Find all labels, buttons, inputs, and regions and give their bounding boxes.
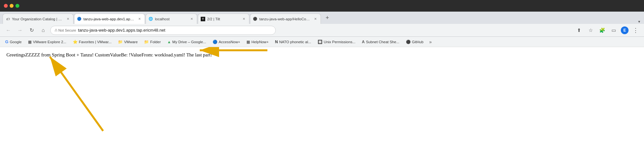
bookmark-google[interactable]: G Google: [3, 38, 24, 45]
browser-tab-4[interactable]: T 2/2 | Tilt ✕: [198, 14, 249, 24]
bookmarks-bar: G Google ▦ VMware Explore 2... ⭐ Favorit…: [0, 37, 644, 47]
sidebar-button[interactable]: ▭: [609, 26, 618, 35]
subnet-icon: A: [362, 40, 365, 44]
arrow-annotations: [0, 47, 644, 168]
profile-button[interactable]: E: [621, 26, 629, 34]
tab-favicon-5: ⚫: [253, 17, 257, 21]
google-icon: G: [5, 39, 8, 44]
bookmark-label-google: Google: [10, 40, 22, 44]
browser-tab-1[interactable]: 🏷 Your Organization Catalog | Ta… ✕: [3, 14, 73, 24]
not-secure-label: Not Secure: [58, 28, 76, 32]
tab-title-2: tanzu-java-web-app.dev1.app…: [83, 17, 135, 21]
accessnow-icon: 🔵: [213, 40, 217, 44]
reload-button[interactable]: ↻: [27, 26, 36, 35]
bookmark-subnet[interactable]: A Subnet Cheat She...: [359, 39, 402, 45]
tab-title-1: Your Organization Catalog | Ta…: [12, 17, 63, 21]
bookmark-label-subnet: Subnet Cheat She...: [366, 40, 399, 44]
minimize-button[interactable]: [10, 4, 14, 8]
bookmark-accessnow[interactable]: 🔵 AccessNow+: [210, 39, 243, 45]
extensions-button[interactable]: 🧩: [598, 26, 607, 35]
svg-line-2: [50, 57, 103, 131]
vmware-explore-icon: ▦: [28, 40, 32, 44]
not-secure-indicator: ⚠ Not Secure: [54, 28, 76, 32]
bookmark-vmware[interactable]: 📁 VMware: [115, 39, 140, 45]
nato-icon: N: [275, 40, 278, 44]
folder-icon: 📁: [144, 40, 149, 44]
vmware-icon: 📁: [118, 40, 123, 44]
browser-tab-2[interactable]: 🔵 tanzu-java-web-app.dev1.app… ✕: [74, 14, 145, 24]
bookmark-label-vmware: VMware: [124, 40, 138, 44]
home-button[interactable]: ⌂: [39, 26, 48, 35]
bookmark-label-nato: NATO phonetic al...: [279, 40, 311, 44]
warning-icon: ⚠: [54, 28, 58, 32]
page-content: GreetingsZZZZZ from Spring Boot + Tanzu!…: [0, 47, 644, 168]
tab-favicon-4: T: [201, 17, 205, 21]
bookmark-nato[interactable]: N NATO phonetic al...: [273, 39, 314, 45]
unix-icon: 🔲: [318, 40, 322, 44]
forward-button[interactable]: →: [15, 26, 24, 35]
bookmark-label-unix: Unix Permissions...: [324, 40, 355, 44]
bookmark-unix[interactable]: 🔲 Unix Permissions...: [315, 39, 358, 45]
menu-button[interactable]: ⋮: [631, 26, 640, 35]
bookmark-vmware-explore[interactable]: ▦ VMware Explore 2...: [25, 39, 69, 45]
browser-tab-5[interactable]: ⚫ tanzu-java-web-app/HelloCon… ✕: [250, 14, 321, 24]
bookmark-label-drive: My Drive – Google...: [172, 40, 206, 44]
addressbar: ← → ↻ ⌂ ⚠ Not Secure tanzu-java-web-app.…: [0, 24, 644, 37]
address-box[interactable]: ⚠ Not Secure tanzu-java-web-app.dev1.app…: [50, 26, 276, 35]
bookmark-label-helpnow: HelpNow+: [251, 40, 268, 44]
bookmark-drive[interactable]: ▲ My Drive – Google...: [165, 39, 209, 45]
bookmark-label-vmware-explore: VMware Explore 2...: [33, 40, 66, 44]
share-button[interactable]: ⬆: [574, 26, 583, 35]
tab-title-4: 2/2 | Tilt: [207, 17, 239, 21]
back-button[interactable]: ←: [4, 26, 13, 35]
url-display: tanzu-java-web-app.dev1.apps.tap.ericm48…: [78, 28, 165, 33]
tab-favicon-1: 🏷: [5, 17, 10, 21]
bookmark-favorites[interactable]: ⭐ Favorites | VMwar...: [70, 39, 114, 45]
bookmark-helpnow[interactable]: ▦ HelpNow+: [244, 39, 271, 45]
bookmarks-overflow-button[interactable]: »: [427, 38, 434, 45]
helpnow-icon: ▦: [246, 40, 250, 44]
tab-close-2[interactable]: ✕: [137, 16, 142, 22]
tab-close-3[interactable]: ✕: [189, 16, 194, 22]
tab-close-1[interactable]: ✕: [65, 16, 71, 22]
close-button[interactable]: [4, 4, 8, 8]
bookmark-label-accessnow: AccessNow+: [219, 40, 240, 44]
bookmark-folder[interactable]: 📁 Folder: [141, 39, 163, 45]
bookmark-github[interactable]: ⚫ GitHub: [403, 39, 426, 45]
tab-title-3: localhost: [155, 17, 187, 21]
tabbar-overflow-button[interactable]: ▾: [638, 19, 640, 24]
github-icon: ⚫: [406, 40, 411, 44]
page-greeting-text: GreetingsZZZZZ from Spring Boot + Tanzu!…: [6, 52, 638, 58]
bookmark-label-folder: Folder: [150, 40, 161, 44]
tabbar-right: ▾: [638, 19, 644, 24]
bookmark-label-favorites: Favorites | VMwar...: [79, 40, 111, 44]
tabbar: 🏷 Your Organization Catalog | Ta… ✕ 🔵 ta…: [0, 12, 644, 24]
tab-title-5: tanzu-java-web-app/HelloCon…: [259, 17, 311, 21]
toolbar-right: ⬆ ☆ 🧩 ▭ E ⋮: [574, 26, 640, 35]
maximize-button[interactable]: [15, 4, 19, 8]
bookmark-button[interactable]: ☆: [586, 26, 595, 35]
tab-close-4[interactable]: ✕: [241, 16, 246, 22]
titlebar: [0, 0, 644, 12]
tab-favicon-2: 🔵: [77, 17, 82, 21]
new-tab-button[interactable]: +: [323, 13, 332, 22]
browser-tab-3[interactable]: 🌐 localhost ✕: [146, 14, 197, 24]
tab-favicon-3: 🌐: [149, 17, 153, 21]
favorites-icon: ⭐: [73, 40, 78, 44]
tab-close-5[interactable]: ✕: [313, 16, 318, 22]
drive-icon: ▲: [167, 40, 171, 44]
bookmark-label-github: GitHub: [412, 40, 424, 44]
